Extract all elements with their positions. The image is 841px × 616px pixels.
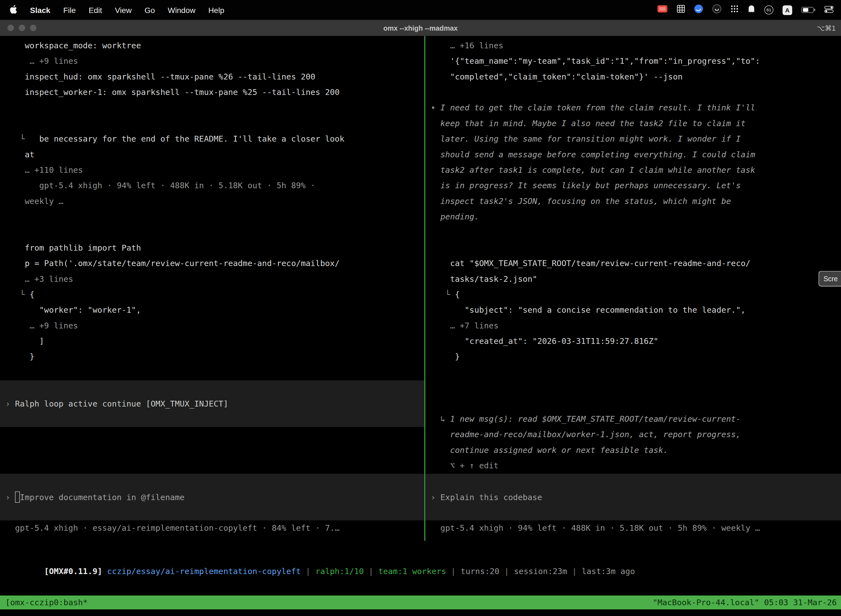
usage-stats: gpt-5.4 xhigh · 94% left · 488K in · 5.1… [5, 178, 424, 194]
terminal-window: omx --xhigh --madmax ⌥⌘1 workspace_mode:… [0, 20, 841, 616]
traffic-lights [7, 20, 37, 36]
ran-command-line: •Ranset -euo pipefail [431, 241, 841, 256]
dots-grid-icon[interactable] [731, 5, 738, 15]
code-line: tasks/task-2.json" [431, 271, 841, 287]
thinking-text: should send a message before completing … [431, 147, 841, 163]
terminal-pane-left: workspace_mode: worktree … +9 lines insp… [0, 36, 424, 541]
team-workers: team:1 workers [378, 567, 446, 576]
json-output: } [431, 349, 841, 365]
turns-counter: turns:20 [460, 567, 499, 576]
grid-icon[interactable] [677, 5, 685, 15]
text-cursor [15, 491, 20, 503]
prompt-icon: › [431, 492, 436, 502]
thinking-text: pending. [431, 209, 841, 224]
waiting-status-line: •Waiting for background terminal (3m 46s… [431, 380, 841, 396]
prompt-suggestion[interactable]: ›Improve documentation in @filename [0, 474, 424, 520]
config-line: workspace_mode: worktree [5, 38, 424, 54]
menu-item-view[interactable]: View [115, 6, 132, 14]
prompt-suggestion[interactable]: ›Explain this codebase [425, 474, 841, 520]
collapsed-lines-indicator: … +9 lines [5, 318, 424, 334]
blank-line [5, 427, 424, 442]
close-button[interactable] [7, 25, 14, 31]
blank-line [431, 224, 841, 240]
prompt-icon: › [5, 492, 10, 502]
json-output: } [5, 349, 424, 365]
blank-line [431, 396, 841, 412]
input-source-icon[interactable]: A [782, 5, 792, 15]
terminal-pane-right: … +16 lines '{"team_name":"my-team","tas… [425, 36, 841, 541]
config-line: inspect_hud: omx sparkshell --tmux-pane … [5, 69, 424, 85]
collapsed-lines-indicator: … +16 lines [431, 38, 841, 54]
ran-command-line: •Rantmux capture-pane -t %25 -p -S -80 [5, 116, 424, 131]
model-status-line: gpt-5.4 xhigh · essay/ai-reimplementatio… [5, 521, 424, 536]
control-center-icon[interactable] [825, 5, 834, 15]
apple-menu-icon[interactable] [10, 5, 17, 15]
menu-item-go[interactable]: Go [145, 6, 155, 14]
blank-line [5, 100, 424, 116]
collapsed-lines-indicator: … +9 lines [5, 54, 424, 69]
tmux-window-name: [omx-cczip0:bash* [5, 598, 88, 607]
mailbox-message: ↳1 new msg(s): read $OMX_TEAM_STATE_ROOT… [431, 412, 841, 427]
ralph-counter: ralph:1/10 [315, 567, 364, 576]
thinking-text: task2 after task1 is complete, but can I… [431, 163, 841, 178]
window-title: omx --xhigh --madmax [383, 24, 458, 32]
elbow-icon: └ [445, 290, 450, 299]
json-output: "worker": "worker-1", [5, 302, 424, 318]
elbow-icon: └ [20, 134, 25, 144]
app-menu-slack[interactable]: Slack [30, 6, 50, 14]
blank-line [5, 365, 424, 380]
menu-item-window[interactable]: Window [168, 6, 195, 14]
menu-bar-status-icons: 61 A [657, 4, 834, 16]
thinking-text: later. Using the same for transition mig… [431, 131, 841, 147]
working-status-line: •Working (6m 38s • esc to interrupt) [5, 443, 424, 458]
battery-fill [803, 8, 809, 12]
ghost-icon[interactable] [748, 5, 755, 15]
edit-hint: ⌥ + ↑ edit [431, 458, 841, 474]
json-output: └{ [431, 287, 841, 302]
bullet-icon: • [431, 103, 436, 113]
screen-recording-icon[interactable] [657, 5, 668, 15]
blank-line [431, 365, 841, 380]
blank-line [431, 85, 841, 100]
terminal: workspace_mode: worktree … +9 lines insp… [0, 36, 841, 541]
blue-app-icon[interactable] [694, 4, 703, 16]
omx-status-line: [OMX#0.11.9]cczip/essay/ai-reimplementat… [5, 549, 841, 564]
code-line: p = Path('.omx/state/team/review-current… [5, 256, 424, 271]
code-line: from pathlib import Path [5, 241, 424, 256]
battery-icon[interactable] [801, 7, 815, 13]
thinking-text: inspect task2's JSON, focusing on the st… [431, 194, 841, 209]
arrow-icon: ↳ [440, 414, 445, 424]
menu-item-help[interactable]: Help [208, 6, 224, 14]
menu-item-file[interactable]: File [63, 6, 76, 14]
session-duration: session:23m [514, 567, 567, 576]
blank-line [5, 458, 424, 474]
last-activity: last:3m ago [582, 567, 635, 576]
json-output: ] [5, 334, 424, 349]
collapsed-lines-indicator: … +3 lines [5, 271, 424, 287]
collapsed-lines-indicator: … +7 lines [431, 318, 841, 334]
command-output: └be necessary for the end of the README.… [5, 131, 424, 147]
menu-bar-left: Slack File Edit View Go Window Help [10, 5, 224, 15]
screenshot-chip[interactable]: Scre [819, 271, 841, 286]
collapsed-lines-indicator: … +110 lines [5, 163, 424, 178]
command-continuation: '{"team_name":"my-team","task_id":"1","f… [431, 54, 841, 69]
json-output: └{ [5, 287, 424, 302]
usage-stats: weekly … [5, 194, 424, 209]
thinking-text: keep that in mind. Maybe I also need the… [431, 116, 841, 131]
bottom-strip [0, 609, 841, 616]
ran-command-line: •Ranpython3 - <<'PY' [5, 224, 424, 240]
minimize-button[interactable] [19, 25, 25, 31]
config-line: inspect_worker-1: omx sparkshell --tmux-… [5, 85, 424, 100]
meter-icon[interactable]: 61 [764, 5, 774, 14]
menu-item-edit[interactable]: Edit [89, 6, 102, 14]
json-output: "created_at": "2026-03-31T11:59:27.816Z" [431, 334, 841, 349]
meter-value: 61 [766, 7, 771, 12]
zoom-button[interactable] [30, 25, 37, 31]
omx-version: [OMX#0.11.9] [44, 567, 103, 576]
tmux-hostname-clock: "MacBook-Pro-44.local" 05:03 31-Mar-26 [652, 598, 837, 607]
window-shortcut-hint: ⌥⌘1 [817, 24, 835, 32]
screen: Slack File Edit View Go Window Help 61 A [0, 0, 841, 616]
elbow-icon: └ [20, 290, 25, 299]
json-output: "subject": "send a concise recommendatio… [431, 302, 841, 318]
dark-app-icon[interactable] [712, 4, 721, 16]
